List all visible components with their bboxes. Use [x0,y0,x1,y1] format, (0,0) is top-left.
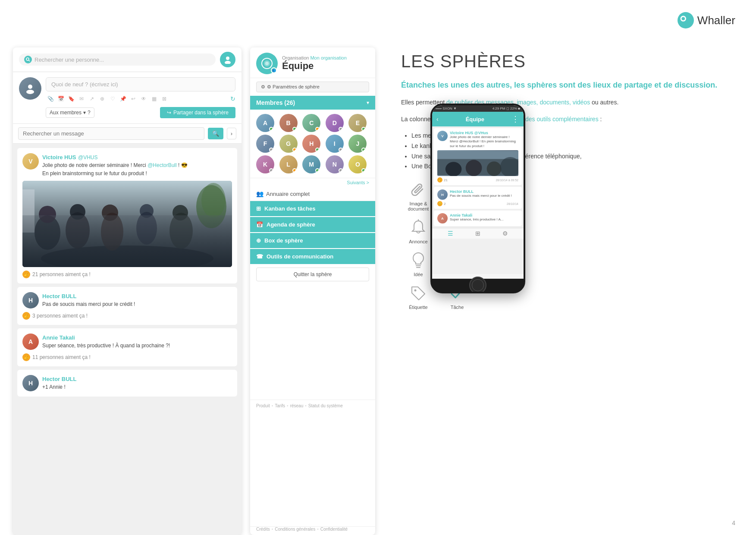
kanban-button[interactable]: ⊞ Kanban des tâches [250,201,375,216]
phone-post-avatar: A [437,213,448,223]
phone-tab-image[interactable]: ⊞ [475,230,480,237]
post-author-avatar: V [22,153,39,170]
phone-post-content: Victoire HUS @VHus Jolie photo de notre … [450,131,518,148]
toolbar-icon-3[interactable]: 🔖 [66,94,76,104]
footer-product[interactable]: Produit [256,403,270,408]
phone-more-button[interactable]: ⋮ [511,114,519,124]
compose-actions: Aux membres ▾ ? ↪ Partager dans la sphèr… [46,107,235,118]
toolbar-icon-12[interactable]: ⊠ [160,94,169,104]
toolbar-icon-4[interactable]: ✉ [77,94,86,104]
like-icon: 👍 [22,312,30,320]
toolbar-icon-10[interactable]: 👁 [139,94,148,104]
member-avatar[interactable]: I [326,135,344,153]
icon-item-tag: Étiquette [401,284,436,310]
share-button[interactable]: ↪ Partager dans la sphère [160,107,235,118]
svg-point-3 [26,58,29,60]
icon-label-task: Tâche [451,305,464,310]
phone-tab-list[interactable]: ☰ [448,230,453,237]
member-avatar[interactable]: F [256,135,274,153]
icon-label-idea: Idée [414,272,423,277]
feed-post: V Victoire HUS @VHUS Jolie photo de notr… [17,148,237,283]
search-messages-button[interactable]: 🔍 [208,128,223,139]
toolbar-icon-6[interactable]: ⊕ [97,94,107,104]
topbar-avatar[interactable] [220,52,235,67]
member-avatar[interactable]: O [348,155,367,173]
sphere-badge: 👥 [271,67,277,73]
agenda-button[interactable]: 📅 Agenda de sphère [250,217,375,232]
svg-point-8 [26,90,34,94]
footer-credits[interactable]: Crédits [256,527,270,532]
member-avatar[interactable]: J [348,135,367,153]
post-content: Hector BULL +1 Annie ! [42,375,232,391]
phone-tab-settings[interactable]: ⚙ [502,230,508,237]
member-avatar[interactable]: K [256,155,274,173]
toolbar-icon-8[interactable]: 📌 [118,94,128,104]
share-icon: ↪ [167,110,171,116]
phone-post-likes: 👍 21 28/10/14 à 09:52 [437,177,518,183]
toolbar-icon-5[interactable]: ↗ [87,94,97,104]
post-text: Super séance, très productive ! À quand … [42,342,232,349]
box-icon: ⊕ [256,237,261,244]
toolbar-icon-2[interactable]: 📅 [56,94,66,104]
compose-input[interactable]: Quoi de neuf ? (écrivez ici) [46,77,235,91]
svg-point-13 [66,212,90,249]
footer-tarifs[interactable]: Tarifs [275,403,285,408]
svg-point-10 [41,245,213,267]
svg-point-14 [70,204,85,220]
search-person-icon [24,56,32,63]
search-messages-arrow[interactable]: › [227,128,236,139]
footer-status[interactable]: Statut du système [308,403,343,408]
svg-point-55 [414,290,417,292]
search-messages-input[interactable] [18,127,204,140]
outils-button[interactable]: ☎ Outils de communication [250,249,375,264]
phone-like-icon: 👍 [437,177,442,183]
phone-home-button[interactable] [469,277,486,293]
refresh-icon[interactable]: ↻ [230,95,235,102]
toolbar-icon-11[interactable]: ▦ [149,94,159,104]
footer-privacy[interactable]: Confidentialité [320,527,348,532]
toolbar-icon-9[interactable]: ↩ [129,94,138,104]
svg-point-29 [445,162,462,176]
member-avatar[interactable]: B [279,114,298,132]
phone-post-image [437,150,518,176]
phone-post-author: Annie Takali [450,213,518,217]
post-image [22,181,232,267]
post-likes: 👍 3 personnes aiment ça ! [22,312,232,320]
footer-conditions[interactable]: Conditions générales [275,527,315,532]
members-section-header[interactable]: Membres (26) ▾ [250,96,375,110]
phone-like-icon: 😊 [437,201,442,206]
quitter-button[interactable]: Quitter la sphère [256,268,369,281]
phone-nav-bar: ‹ Équipe ⋮ [432,112,524,126]
feed: V Victoire HUS @VHUS Jolie photo de notr… [13,144,242,404]
svg-point-26 [265,62,269,65]
member-avatar[interactable]: M [302,155,320,173]
member-avatar[interactable]: D [326,114,344,132]
phone-post-avatar: V [437,131,448,141]
post-author-handle: @VHUS [78,154,98,160]
member-avatar[interactable]: G [279,135,298,153]
following-link[interactable]: Suivants > [250,178,375,187]
help-icon[interactable]: ? [88,110,91,116]
post-author-name: Annie Takali [42,334,75,341]
footer-network[interactable]: réseau [290,403,304,408]
member-avatar[interactable]: E [348,114,367,132]
toolbar-icon-1[interactable]: 📎 [46,94,55,104]
member-avatar[interactable]: H [302,135,320,153]
box-button[interactable]: ⊕ Box de sphère [250,233,375,248]
member-avatar[interactable]: L [279,155,298,173]
sphere-footer: Produit • Tarifs • réseau • Statut du sy… [250,400,375,412]
directory-link[interactable]: 👥 Annuaire complet [250,187,375,201]
member-avatar[interactable]: A [256,114,274,132]
member-avatar[interactable]: N [326,155,344,173]
whaller-logo-icon [678,12,694,28]
toolbar-icon-7[interactable]: ♡ [108,94,117,104]
audience-dropdown[interactable]: Aux membres ▾ ? [46,107,94,118]
phone-status-bar: ••••• SXON ▼ 4:29 PM ◻ 22% ■ [432,105,524,112]
search-box[interactable]: Rechercher une personne... [19,54,216,66]
member-avatar[interactable]: C [302,114,320,132]
icon-label-tag: Étiquette [409,305,427,310]
sphere-settings-button[interactable]: ⚙ ⚙ Paramètres de sphère [256,82,369,92]
phone-back-button[interactable]: ‹ [436,116,439,123]
phone-post-time: 28/10/14 [507,202,518,205]
svg-point-31 [487,161,502,176]
